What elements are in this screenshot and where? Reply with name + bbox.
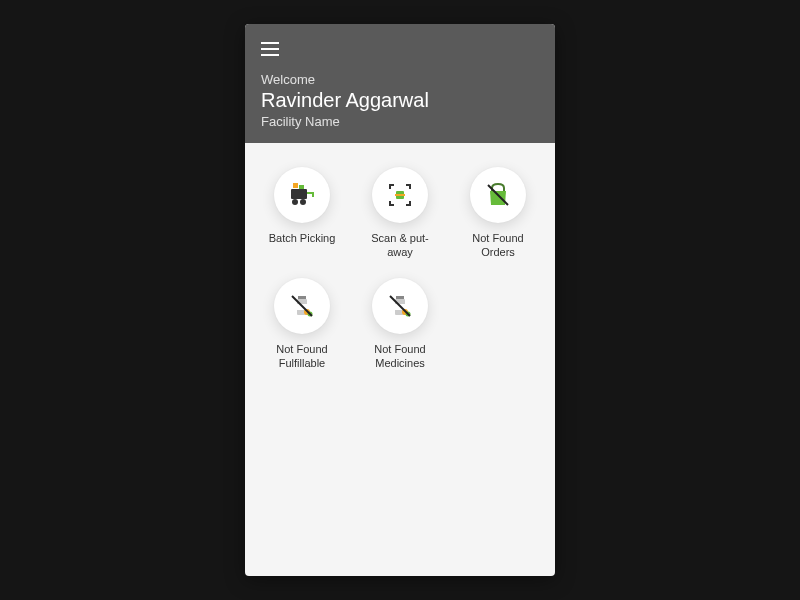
svg-point-4 (300, 199, 306, 205)
svg-rect-2 (299, 185, 304, 189)
tiles-grid: Batch Picking Scan & put-away (255, 167, 545, 370)
svg-rect-1 (293, 183, 298, 188)
scan-icon (372, 167, 428, 223)
tile-label: Batch Picking (269, 231, 336, 245)
tile-batch-picking[interactable]: Batch Picking (255, 167, 349, 260)
tile-scan-put-away[interactable]: Scan & put-away (353, 167, 447, 260)
app-screen: Welcome Ravinder Aggarwal Facility Name … (245, 24, 555, 576)
menu-button[interactable] (261, 42, 279, 56)
tile-not-found-orders[interactable]: Not Found Orders (451, 167, 545, 260)
tile-not-found-fulfillable[interactable]: Not FoundFulfillable (255, 278, 349, 371)
bag-slash-icon (470, 167, 526, 223)
bottle-slash-icon (274, 278, 330, 334)
svg-point-3 (292, 199, 298, 205)
svg-rect-0 (291, 189, 307, 199)
bottle-slash-icon (372, 278, 428, 334)
content-area: Batch Picking Scan & put-away (245, 143, 555, 576)
tile-label: Not FoundMedicines (374, 342, 425, 371)
svg-rect-14 (396, 296, 404, 299)
svg-rect-8 (298, 296, 306, 299)
facility-name: Facility Name (261, 114, 539, 129)
tile-label: Scan & put-away (360, 231, 440, 260)
user-name: Ravinder Aggarwal (261, 89, 539, 112)
tile-label: Not Found Orders (458, 231, 538, 260)
tile-not-found-medicines[interactable]: Not FoundMedicines (353, 278, 447, 371)
tile-label: Not FoundFulfillable (276, 342, 327, 371)
header: Welcome Ravinder Aggarwal Facility Name (245, 24, 555, 143)
svg-rect-6 (395, 194, 405, 196)
cart-icon (274, 167, 330, 223)
welcome-label: Welcome (261, 72, 539, 87)
